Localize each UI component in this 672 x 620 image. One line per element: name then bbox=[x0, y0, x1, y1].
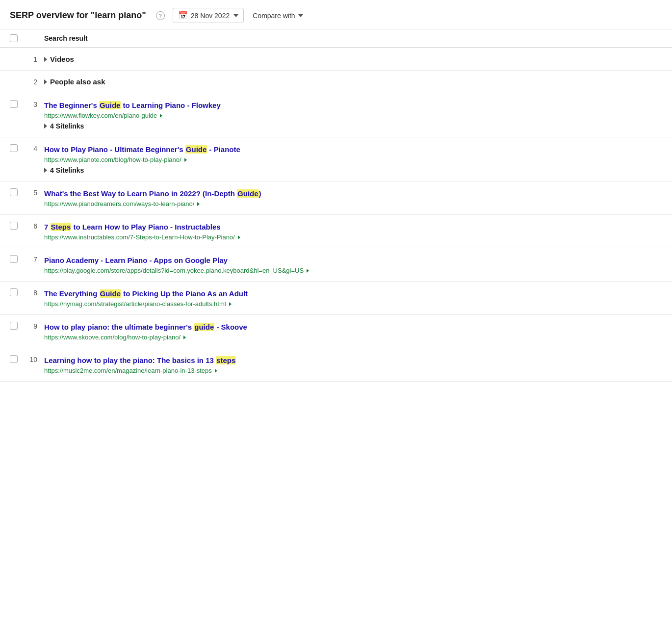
result-link[interactable]: Piano Academy - Learn Piano - Apps on Go… bbox=[44, 256, 228, 264]
special-row-label: Videos bbox=[50, 55, 74, 63]
row-content: People also ask bbox=[44, 78, 662, 86]
url-chevron-icon[interactable] bbox=[215, 369, 217, 373]
table-row: 4How to Play Piano - Ultimate Beginner's… bbox=[0, 137, 672, 181]
row-number: 10 bbox=[25, 355, 44, 363]
sitelinks-expand-icon bbox=[44, 168, 47, 173]
row-checkbox[interactable] bbox=[10, 188, 18, 196]
special-row-label: People also ask bbox=[50, 78, 105, 86]
row-checkbox[interactable] bbox=[10, 100, 18, 108]
table-row: 5What's the Best Way to Learn Piano in 2… bbox=[0, 181, 672, 215]
results-list: 1Videos2People also ask3The Beginner's G… bbox=[0, 48, 672, 382]
row-number: 2 bbox=[25, 78, 44, 86]
row-content: The Beginner's Guide to Learning Piano -… bbox=[44, 100, 662, 130]
table-row: 9How to play piano: the ultimate beginne… bbox=[0, 315, 672, 348]
date-picker[interactable]: 📅 28 Nov 2022 bbox=[173, 8, 244, 23]
sitelinks-toggle[interactable]: 4 Sitelinks bbox=[44, 166, 662, 174]
highlight-term: steps bbox=[216, 356, 236, 364]
checkbox-col bbox=[10, 144, 25, 152]
checkbox-col bbox=[10, 100, 25, 108]
table-row: 2People also ask bbox=[0, 71, 672, 93]
expand-icon[interactable] bbox=[44, 57, 47, 62]
result-title[interactable]: The Beginner's Guide to Learning Piano -… bbox=[44, 100, 662, 110]
url-chevron-icon[interactable] bbox=[184, 158, 187, 162]
result-link[interactable]: How to play piano: the ultimate beginner… bbox=[44, 323, 247, 331]
result-title[interactable]: How to play piano: the ultimate beginner… bbox=[44, 322, 662, 332]
row-checkbox[interactable] bbox=[10, 222, 18, 230]
result-link[interactable]: The Beginner's Guide to Learning Piano -… bbox=[44, 101, 221, 109]
special-row-title[interactable]: Videos bbox=[44, 55, 662, 63]
result-link[interactable]: 7 Steps to Learn How to Play Piano - Ins… bbox=[44, 223, 221, 231]
url-text: https://play.google.com/store/apps/detai… bbox=[44, 267, 304, 274]
search-result-col-header: Search result bbox=[44, 34, 88, 42]
highlight-term: guide bbox=[194, 323, 214, 331]
checkbox-col bbox=[10, 288, 25, 296]
expand-icon[interactable] bbox=[44, 79, 47, 84]
result-url[interactable]: https://play.google.com/store/apps/detai… bbox=[44, 267, 662, 274]
header-checkbox-col bbox=[10, 34, 25, 42]
row-checkbox[interactable] bbox=[10, 255, 18, 263]
result-link[interactable]: The Everything Guide to Picking Up the P… bbox=[44, 289, 248, 298]
result-url[interactable]: https://www.flowkey.com/en/piano-guide bbox=[44, 112, 662, 119]
result-title[interactable]: How to Play Piano - Ultimate Beginner's … bbox=[44, 144, 662, 155]
row-content: How to play piano: the ultimate beginner… bbox=[44, 322, 662, 341]
url-chevron-icon[interactable] bbox=[197, 202, 200, 206]
result-url[interactable]: https://www.pianodreamers.com/ways-to-le… bbox=[44, 200, 662, 207]
url-chevron-icon[interactable] bbox=[160, 114, 162, 118]
help-icon[interactable]: ? bbox=[156, 11, 165, 20]
url-text: https://nymag.com/strategist/article/pia… bbox=[44, 300, 226, 308]
calendar-icon: 📅 bbox=[178, 11, 188, 20]
compare-chevron-icon bbox=[298, 14, 303, 17]
highlight-term: Guide bbox=[185, 145, 207, 154]
checkbox-col bbox=[10, 322, 25, 330]
result-title[interactable]: 7 Steps to Learn How to Play Piano - Ins… bbox=[44, 222, 662, 232]
page-title: SERP overview for "learn piano" bbox=[10, 10, 146, 21]
result-url[interactable]: https://www.skoove.com/blog/how-to-play-… bbox=[44, 334, 662, 341]
compare-button[interactable]: Compare with bbox=[252, 9, 304, 22]
row-checkbox[interactable] bbox=[10, 322, 18, 330]
row-number: 9 bbox=[25, 322, 44, 330]
url-text: https://www.pianodreamers.com/ways-to-le… bbox=[44, 200, 194, 207]
url-text: https://www.pianote.com/blog/how-to-play… bbox=[44, 156, 181, 163]
table-row: 67 Steps to Learn How to Play Piano - In… bbox=[0, 215, 672, 248]
select-all-checkbox[interactable] bbox=[10, 34, 18, 42]
row-number: 6 bbox=[25, 222, 44, 230]
result-url[interactable]: https://music2me.com/en/magazine/learn-p… bbox=[44, 367, 662, 374]
result-title[interactable]: What's the Best Way to Learn Piano in 20… bbox=[44, 188, 662, 199]
result-link[interactable]: What's the Best Way to Learn Piano in 20… bbox=[44, 189, 261, 198]
row-content: Videos bbox=[44, 55, 662, 63]
row-number: 7 bbox=[25, 255, 44, 263]
result-title[interactable]: Learning how to play the piano: The basi… bbox=[44, 355, 662, 365]
highlight-term: Guide bbox=[237, 189, 259, 198]
table-row: 7Piano Academy - Learn Piano - Apps on G… bbox=[0, 248, 672, 282]
url-chevron-icon[interactable] bbox=[238, 235, 240, 239]
url-chevron-icon[interactable] bbox=[229, 302, 232, 306]
row-content: What's the Best Way to Learn Piano in 20… bbox=[44, 188, 662, 207]
row-content: The Everything Guide to Picking Up the P… bbox=[44, 288, 662, 308]
date-label: 28 Nov 2022 bbox=[191, 12, 230, 20]
row-checkbox[interactable] bbox=[10, 144, 18, 152]
result-url[interactable]: https://www.pianote.com/blog/how-to-play… bbox=[44, 156, 662, 163]
row-checkbox[interactable] bbox=[10, 355, 18, 363]
highlight-term: Guide bbox=[99, 101, 121, 109]
url-text: https://www.instructables.com/7-Steps-to… bbox=[44, 233, 235, 241]
highlight-term: Steps bbox=[51, 223, 72, 231]
date-chevron-icon bbox=[233, 14, 238, 17]
sitelinks-expand-icon bbox=[44, 124, 47, 129]
url-chevron-icon[interactable] bbox=[183, 336, 186, 339]
url-chevron-icon[interactable] bbox=[307, 269, 309, 273]
special-row-title[interactable]: People also ask bbox=[44, 78, 662, 86]
row-number: 8 bbox=[25, 288, 44, 297]
sitelinks-toggle[interactable]: 4 Sitelinks bbox=[44, 122, 662, 130]
url-text: https://music2me.com/en/magazine/learn-p… bbox=[44, 367, 212, 374]
table-row: 10Learning how to play the piano: The ba… bbox=[0, 348, 672, 382]
row-content: Learning how to play the piano: The basi… bbox=[44, 355, 662, 374]
result-url[interactable]: https://www.instructables.com/7-Steps-to… bbox=[44, 233, 662, 241]
row-content: 7 Steps to Learn How to Play Piano - Ins… bbox=[44, 222, 662, 241]
highlight-term: Guide bbox=[100, 289, 122, 298]
row-checkbox[interactable] bbox=[10, 288, 18, 296]
result-link[interactable]: How to Play Piano - Ultimate Beginner's … bbox=[44, 145, 240, 154]
result-link[interactable]: Learning how to play the piano: The basi… bbox=[44, 356, 236, 364]
result-title[interactable]: Piano Academy - Learn Piano - Apps on Go… bbox=[44, 255, 662, 265]
result-url[interactable]: https://nymag.com/strategist/article/pia… bbox=[44, 300, 662, 308]
result-title[interactable]: The Everything Guide to Picking Up the P… bbox=[44, 288, 662, 299]
